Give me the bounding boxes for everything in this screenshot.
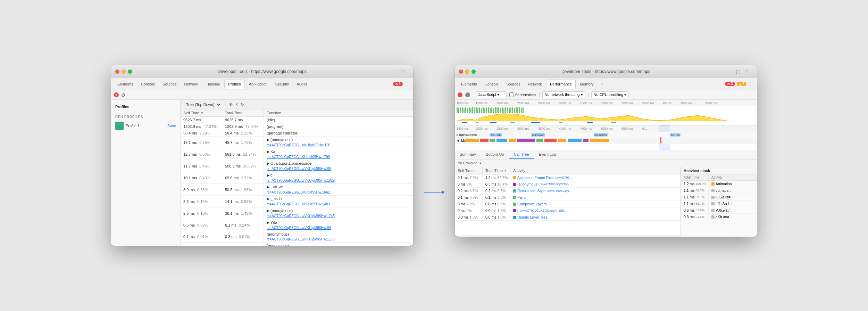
right-tab-elements[interactable]: Elements bbox=[458, 80, 481, 88]
left-more-btn[interactable]: ⋮ bbox=[403, 81, 410, 88]
svg-rect-39 bbox=[491, 107, 492, 113]
svg-rect-21 bbox=[460, 107, 461, 113]
activity-total-time-header[interactable]: Total Time ▼ bbox=[483, 167, 510, 174]
activity-activity-header[interactable]: Activity bbox=[510, 167, 681, 174]
profile-1-save[interactable]: Save bbox=[167, 124, 176, 128]
svg-text:Animation: Animation bbox=[532, 133, 544, 137]
network-throttle-select[interactable]: No network throttling ▾ bbox=[542, 91, 585, 98]
svg-rect-93 bbox=[465, 139, 479, 142]
perf-reload-btn[interactable] bbox=[465, 92, 470, 97]
svg-rect-54 bbox=[517, 107, 518, 113]
cpu-throttle-select[interactable]: No CPU throttling ▾ bbox=[591, 91, 629, 98]
perf-sep-3 bbox=[588, 92, 589, 98]
svg-rect-37 bbox=[488, 107, 489, 113]
profiles-sidebar: Profiles CPU PROFILES Profile 1 Save bbox=[111, 100, 181, 246]
tab-audits[interactable]: Audits bbox=[293, 80, 311, 88]
svg-text:3500 ms: 3500 ms bbox=[559, 101, 571, 105]
fn-cell: (anonymous) rs=ACT90oGqRZGG...wVKUlgM95H… bbox=[264, 231, 413, 242]
svg-rect-63 bbox=[510, 122, 515, 123]
svg-rect-61 bbox=[476, 122, 478, 123]
svg-rect-53 bbox=[516, 107, 517, 113]
fn-cell: (idle) bbox=[264, 117, 413, 123]
right-close-btn[interactable] bbox=[459, 69, 463, 74]
arrow-connector-area bbox=[424, 190, 444, 194]
heaviest-total-time: 0.3 ms 21.5% bbox=[681, 214, 709, 220]
svg-text:5000 ms: 5000 ms bbox=[601, 127, 613, 130]
perf-record-btn[interactable] bbox=[458, 92, 462, 97]
activity-color-dot bbox=[513, 176, 516, 179]
svg-rect-43 bbox=[498, 107, 499, 113]
screenshots-checkbox[interactable]: Screenshots bbox=[509, 92, 536, 97]
profile-1-item[interactable]: Profile 1 Save bbox=[111, 120, 180, 131]
right-tab-performance[interactable]: Performance bbox=[546, 80, 576, 89]
right-tab-console[interactable]: Console bbox=[481, 80, 502, 88]
clear-icon[interactable]: ✕ bbox=[235, 102, 239, 107]
svg-rect-60 bbox=[462, 122, 467, 123]
total-time-cell: 50.5 ms 1.98% bbox=[222, 184, 264, 195]
tab-elements[interactable]: Elements bbox=[114, 80, 137, 88]
self-time-header[interactable]: Self Time ▼ bbox=[181, 109, 222, 116]
heaviest-total-time: 1.1 ms 88.7% bbox=[681, 194, 709, 200]
total-time-header[interactable]: Total Time bbox=[222, 109, 264, 116]
activity-total-time: 0.3 ms 18.4% bbox=[483, 181, 510, 187]
fn-cell: (program) bbox=[264, 123, 413, 130]
svg-rect-64 bbox=[531, 122, 540, 123]
svg-rect-101 bbox=[558, 139, 566, 142]
screenshots-cb-input[interactable] bbox=[509, 92, 514, 97]
tab-application[interactable]: Application bbox=[245, 80, 271, 88]
right-tab-more[interactable]: » bbox=[598, 80, 607, 88]
list-item: 1.2 ms 100.0% Animation bbox=[681, 181, 757, 187]
activity-name: Animation Frame Fired rs=ACT90... bbox=[510, 174, 681, 181]
right-mobile-icon[interactable]: ☐ bbox=[743, 68, 750, 75]
left-close-btn[interactable] bbox=[115, 69, 119, 74]
refresh-icon[interactable]: ↻ bbox=[241, 102, 244, 107]
svg-rect-57 bbox=[523, 107, 524, 113]
windows-container: Developer Tools - https://www.google.com… bbox=[111, 65, 757, 246]
right-more-btn[interactable]: ⋮ bbox=[747, 81, 754, 88]
right-maximize-btn[interactable] bbox=[471, 69, 476, 74]
eye-icon[interactable]: 👁 bbox=[229, 102, 233, 107]
js-dropdown[interactable]: JavaScript ▾ bbox=[476, 91, 507, 98]
tree-dropdown[interactable]: Tree (Top Down) bbox=[183, 101, 222, 108]
tab-console[interactable]: Console bbox=[137, 80, 158, 88]
perf-tab-bottom-up[interactable]: Bottom-Up bbox=[481, 150, 509, 159]
right-inspect-icon[interactable]: ⬚ bbox=[735, 68, 742, 75]
left-inspect-icon[interactable]: ⬚ bbox=[391, 68, 398, 75]
right-minimize-btn[interactable] bbox=[465, 69, 469, 74]
svg-rect-33 bbox=[481, 108, 482, 113]
right-error-badge: ✕ 3 bbox=[725, 82, 735, 86]
left-minimize-btn[interactable] bbox=[122, 69, 126, 74]
svg-text:1500 ms: 1500 ms bbox=[476, 101, 488, 105]
svg-text:4000 ms: 4000 ms bbox=[580, 101, 592, 105]
stop-btn[interactable]: ⊘ bbox=[121, 92, 126, 97]
right-tab-memory[interactable]: Memory bbox=[576, 80, 597, 88]
right-tab-sources[interactable]: Sources bbox=[503, 80, 524, 88]
svg-rect-67 bbox=[611, 122, 616, 123]
self-time-cell: 1202.9 ms 47.04% bbox=[181, 123, 222, 130]
total-time-cell: 9626.7 ms bbox=[222, 117, 264, 123]
tab-sources[interactable]: Sources bbox=[159, 80, 180, 88]
record-btn[interactable]: ● bbox=[114, 92, 119, 97]
function-header[interactable]: Function bbox=[264, 109, 413, 116]
tab-network[interactable]: Network bbox=[181, 80, 202, 88]
right-tab-network[interactable]: Network bbox=[525, 80, 545, 88]
perf-tab-summary[interactable]: Summary bbox=[455, 150, 481, 159]
perf-tab-call-tree[interactable]: Call Tree bbox=[509, 150, 534, 159]
total-time-cell: 45.7 ms 1.79% bbox=[222, 137, 264, 148]
left-mobile-icon[interactable]: ☐ bbox=[399, 68, 406, 75]
activity-body: 0.1 ms 7.3% 1.2 ms 64.7% Animation Frame… bbox=[455, 174, 681, 235]
left-maximize-btn[interactable] bbox=[128, 69, 132, 74]
tab-security[interactable]: Security bbox=[272, 80, 293, 88]
activity-name: Paint bbox=[510, 194, 681, 200]
perf-tab-event-log[interactable]: Event Log bbox=[534, 150, 561, 159]
tab-profiles[interactable]: Profiles bbox=[224, 80, 245, 89]
tab-timeline[interactable]: Timeline bbox=[202, 80, 224, 88]
svg-rect-48 bbox=[507, 107, 508, 113]
activity-self-time-header[interactable]: Self Time bbox=[455, 167, 483, 174]
right-warning-badge: △ 6 bbox=[737, 82, 746, 86]
heaviest-total-time: 0.6 ms 52.6% bbox=[681, 207, 709, 213]
right-window-title: Developer Tools - https://www.google.com… bbox=[561, 69, 650, 74]
profiles-sidebar-title: Profiles bbox=[111, 103, 180, 110]
arrow-line bbox=[424, 192, 442, 193]
heaviest-activity: aKb /ma... bbox=[709, 214, 757, 220]
